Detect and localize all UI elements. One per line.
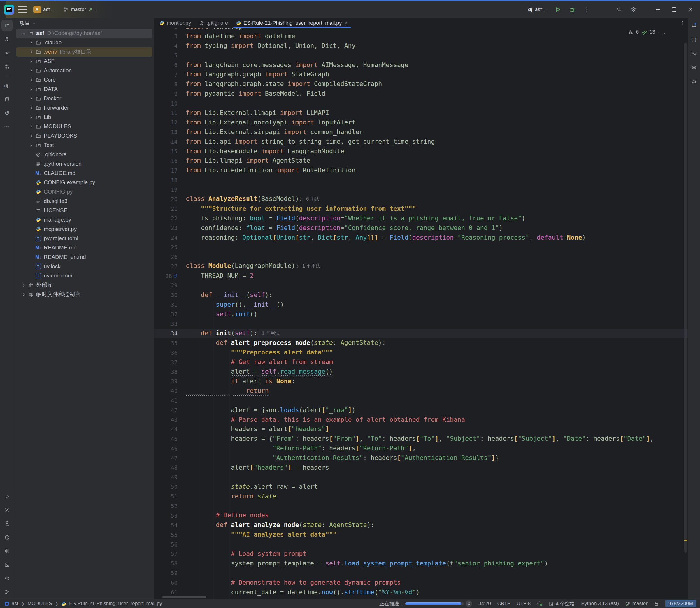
- tree-item-README.md[interactable]: M↓README.md: [16, 243, 152, 252]
- code-line[interactable]: 37 # Get raw alert from stream: [154, 357, 688, 367]
- gutter-line-number[interactable]: 21: [154, 206, 179, 212]
- code-line[interactable]: 61 current_date = datetime.now().strftim…: [154, 588, 688, 597]
- gutter-line-number[interactable]: 28: [154, 273, 179, 279]
- code-line[interactable]: 46 "Return-Path": headers["Return-Path"]…: [154, 443, 688, 453]
- close-button[interactable]: ✕: [684, 4, 697, 16]
- code-line[interactable]: 60 # Demonstrate how to generate dynamic…: [154, 578, 688, 588]
- gutter-line-number[interactable]: 47: [154, 455, 179, 461]
- code-line[interactable]: 44 headers = alert["headers"]: [154, 424, 688, 434]
- usages-inlay-hint[interactable]: 1 个用法: [262, 329, 280, 338]
- gutter-line-number[interactable]: 38: [154, 369, 179, 375]
- tree-item-asf[interactable]: asfD:\Code\git\python\asf: [16, 28, 152, 38]
- code-line[interactable]: 48 alert["headers"] = headers: [154, 463, 688, 473]
- gutter-line-number[interactable]: 6: [154, 62, 179, 68]
- code-line[interactable]: 31 super().__init__(): [154, 300, 688, 309]
- gutter-line-number[interactable]: 59: [154, 570, 179, 576]
- gutter-line-number[interactable]: 7: [154, 71, 179, 78]
- tree-item-db.sqlite3[interactable]: db.sqlite3: [16, 196, 152, 206]
- gutter-line-number[interactable]: 35: [154, 340, 179, 346]
- gutter-line-number[interactable]: 46: [154, 445, 179, 452]
- debug-button[interactable]: [566, 4, 578, 15]
- breadcrumb-item[interactable]: MODULES: [27, 601, 52, 607]
- code-line[interactable]: 3from datetime import datetime: [154, 32, 688, 41]
- gutter-line-number[interactable]: 52: [154, 503, 179, 509]
- gutter-line-number[interactable]: 60: [154, 580, 179, 586]
- code-line[interactable]: 38 alert = self.read_message(): [154, 367, 688, 377]
- tree-item-MODULES[interactable]: MODULES: [16, 122, 152, 131]
- gutter-line-number[interactable]: 19: [154, 187, 179, 193]
- gutter-line-number[interactable]: 4: [154, 42, 179, 49]
- gutter-line-number[interactable]: 22: [154, 215, 179, 222]
- gutter-line-number[interactable]: 51: [154, 493, 179, 499]
- code-line[interactable]: 39 if alert is None:: [154, 377, 688, 386]
- gutter-line-number[interactable]: 33: [154, 321, 179, 327]
- encoding-widget[interactable]: UTF-8: [517, 601, 531, 607]
- code-line[interactable]: 51 return state: [154, 492, 688, 501]
- commit-icon[interactable]: [1, 47, 13, 58]
- gutter-line-number[interactable]: 9: [154, 91, 179, 97]
- tree-item-Forwarder[interactable]: Forwarder: [16, 103, 152, 113]
- tree-item-.gitignore[interactable]: .gitignore: [16, 150, 152, 159]
- chevron-right-icon[interactable]: [28, 87, 35, 92]
- code-lines[interactable]: 2import textwrap3from datetime import da…: [154, 28, 688, 597]
- tree-item-CLAUDE.md[interactable]: M↓CLAUDE.md: [16, 169, 152, 178]
- gutter-line-number[interactable]: 44: [154, 426, 179, 433]
- tree-item-Automation[interactable]: Automation: [16, 66, 152, 75]
- gutter-line-number[interactable]: 25: [154, 244, 179, 250]
- code-line[interactable]: 14from Lib.api import string_to_string_t…: [154, 137, 688, 147]
- code-line[interactable]: 10: [154, 98, 688, 108]
- code-line[interactable]: 16from Lib.llmapi import AgentState: [154, 156, 688, 166]
- chevron-right-icon[interactable]: [28, 50, 35, 55]
- line-ending-widget[interactable]: CRLF: [497, 601, 510, 607]
- code-line[interactable]: 11from Lib.External.llmapi import LLMAPI: [154, 108, 688, 118]
- minimize-button[interactable]: [651, 4, 664, 16]
- chevron-right-icon[interactable]: [28, 143, 35, 148]
- tree-item-uv.lock[interactable]: Tuv.lock: [16, 262, 152, 271]
- code-line[interactable]: 19: [154, 185, 688, 194]
- tree-item-CONFIG.py[interactable]: CONFIG.py: [16, 187, 152, 196]
- code-line[interactable]: 12from Lib.External.nocolyapi import Inp…: [154, 118, 688, 127]
- gutter-line-number[interactable]: 26: [154, 253, 179, 260]
- code-line[interactable]: 47 "Authentication-Results": headers["Au…: [154, 453, 688, 463]
- code-line[interactable]: 49: [154, 473, 688, 482]
- close-icon[interactable]: ✕: [345, 21, 348, 25]
- tree-item-manage.py[interactable]: manage.py: [16, 215, 152, 224]
- previous-problem-icon[interactable]: ⌃: [658, 30, 661, 34]
- gutter-line-number[interactable]: 27: [154, 263, 179, 270]
- problems-icon[interactable]: [1, 573, 13, 584]
- code-line[interactable]: 17from Lib.ruledefinition import RuleDef…: [154, 166, 688, 175]
- code-line[interactable]: 55 """AI analyzes alert data""": [154, 530, 688, 539]
- tree-item-外部库[interactable]: 外部库: [16, 280, 152, 290]
- code-line[interactable]: 23 confidence: float = Field(description…: [154, 223, 688, 233]
- chevron-right-icon[interactable]: [28, 40, 35, 45]
- gutter-line-number[interactable]: 56: [154, 541, 179, 548]
- more-tool-windows-icon[interactable]: ⋯: [1, 121, 13, 132]
- gutter-line-number[interactable]: 61: [154, 589, 179, 595]
- history-icon[interactable]: ↺: [1, 107, 13, 118]
- horizontal-scrollbar[interactable]: [163, 596, 206, 598]
- gutter-line-number[interactable]: 3: [154, 33, 179, 39]
- code-line[interactable]: 2import textwrap: [154, 28, 688, 32]
- code-line[interactable]: 34 def init(self):1 个用法: [154, 329, 688, 338]
- tree-item-CONFIG.example.py[interactable]: CONFIG.example.py: [16, 178, 152, 187]
- gutter-line-number[interactable]: 58: [154, 560, 179, 567]
- chevron-right-icon[interactable]: [28, 124, 35, 129]
- editor-tab-ES-Rule-21-Phishing_user_report_mail.py[interactable]: ES-Rule-21-Phishing_user_report_mail.py✕: [232, 18, 352, 28]
- inspection-widget[interactable]: 6 13 ⌃ ⌃: [628, 29, 666, 35]
- main-menu-icon[interactable]: [18, 6, 27, 14]
- tree-item-LICENSE[interactable]: LICENSE: [16, 206, 152, 215]
- project-widget[interactable]: A asf ⌄: [31, 4, 57, 15]
- caret-position-widget[interactable]: 34:20: [478, 601, 491, 607]
- code-line[interactable]: 32 self.init(): [154, 309, 688, 319]
- tree-item-PLAYBOOKS[interactable]: PLAYBOOKS: [16, 131, 152, 140]
- tree-item-Test[interactable]: Test: [16, 140, 152, 150]
- gutter-line-number[interactable]: 37: [154, 359, 179, 365]
- chevron-right-icon[interactable]: [20, 292, 27, 297]
- tree-item-uvicorn.toml[interactable]: Tuvicorn.toml: [16, 271, 152, 280]
- tree-item-mcpserver.py[interactable]: mcpserver.py: [16, 224, 152, 234]
- chevron-right-icon[interactable]: [28, 106, 35, 111]
- gutter-line-number[interactable]: 36: [154, 349, 179, 356]
- cloud-sync-icon[interactable]: [688, 76, 700, 87]
- code-line[interactable]: 43 # Parse data, this is an example of a…: [154, 415, 688, 425]
- structure-icon[interactable]: [1, 34, 13, 44]
